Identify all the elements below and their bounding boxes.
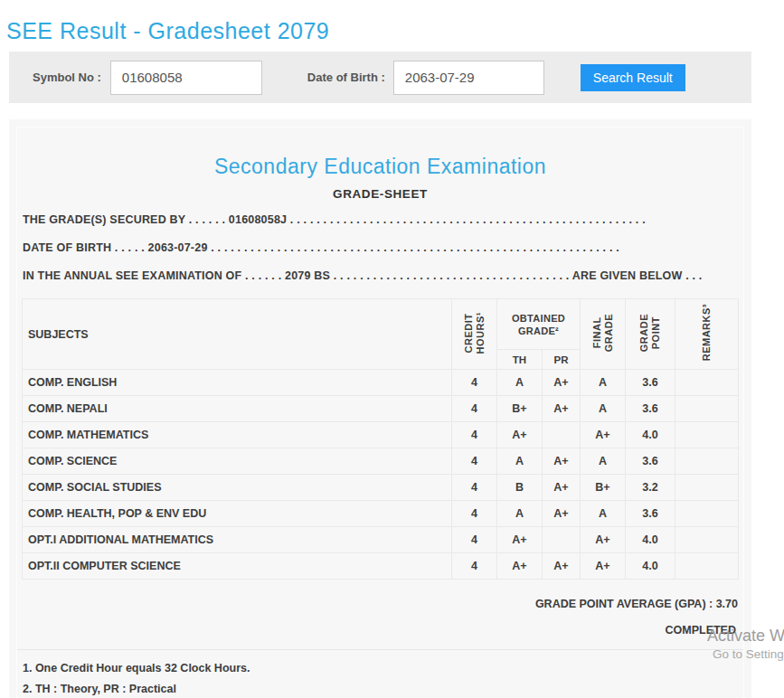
grade-point-cell: 3.6 [626,448,675,475]
th-grade-cell: A [497,501,543,527]
examination-line: IN THE ANNUAL SEE EXAMINATION OF . . . .… [23,270,739,282]
grades-table: SUBJECTS CREDIT HOURS¹ OBTAINED GRADE² F… [22,298,739,580]
grade-point-cell: 3.6 [626,370,675,396]
final-grade-cell: A [581,370,626,396]
gradesheet-info: THE GRADE(S) SECURED BY . . . . . . 0160… [22,214,739,282]
pr-grade-cell: A+ [543,475,581,501]
pr-grade-cell: A+ [543,501,581,527]
th-grade-cell: A+ [497,422,543,448]
subject-cell: COMP. SOCIAL STUDIES [23,475,452,501]
gradesheet-container: Secondary Education Examination GRADE-SH… [16,127,744,698]
credit-cell: 4 [452,501,497,527]
th-grade-cell: A+ [497,553,543,580]
th-grade-cell: A [497,448,543,475]
pr-grade-cell [543,527,581,553]
final-grade-cell: A [581,448,626,475]
footnotes: 1. One Credit Hour equals 32 Clock Hours… [16,649,744,698]
footnote-th-pr: 2. TH : Theory, PR : Practical [23,679,744,698]
col-header-subjects: SUBJECTS [23,299,452,370]
table-row: COMP. NEPALI 4 B+ A+ A 3.6 [23,396,739,422]
remarks-cell [675,396,739,422]
pr-grade-cell [543,422,581,448]
secured-by-line: THE GRADE(S) SECURED BY . . . . . . 0160… [23,214,739,226]
grade-point-cell: 4.0 [626,553,675,580]
date-of-birth-line: DATE OF BIRTH . . . . . 2063-07-29 . . .… [23,242,739,254]
final-grade-cell: A [581,396,626,422]
col-header-grade-point: GRADE POINT [626,299,675,370]
credit-cell: 4 [452,553,497,580]
search-result-button[interactable]: Search Result [581,64,685,91]
grade-point-cell: 3.2 [626,475,675,501]
final-grade-cell: A [581,501,626,527]
date-of-birth-input[interactable] [393,61,544,95]
col-header-final-grade: FINAL GRADE [581,299,626,370]
gradesheet-title: Secondary Education Examination [22,155,739,179]
remarks-cell [675,448,739,475]
final-grade-cell: B+ [581,475,626,501]
grade-point-cell: 3.6 [626,396,675,422]
th-grade-cell: A [497,370,543,396]
credit-cell: 4 [452,396,497,422]
subject-cell: COMP. ENGLISH [23,370,452,396]
col-header-th: TH [497,350,543,370]
subject-cell: OPT.II COMPUTER SCIENCE [23,553,452,580]
col-header-remarks: REMARKS³ [675,299,739,370]
final-grade-cell: A+ [581,422,626,448]
pr-grade-cell: A+ [543,553,581,580]
table-row: COMP. HEALTH, POP & ENV EDU 4 A A+ A 3.6 [23,501,739,527]
credit-cell: 4 [452,527,497,553]
remarks-cell [675,475,739,501]
symbol-no-input[interactable] [110,61,262,95]
table-row: COMP. SCIENCE 4 A A+ A 3.6 [23,448,739,475]
remarks-cell [675,501,739,527]
remarks-cell [675,553,739,580]
gpa-summary: GRADE POINT AVERAGE (GPA) : 3.70 [22,598,739,610]
symbol-no-label: Symbol No : [33,71,101,84]
page-title: SEE Result - Gradesheet 2079 [6,18,329,44]
col-header-obtained-grade: OBTAINED GRADE² [497,299,581,350]
grade-point-cell: 4.0 [626,527,675,553]
pr-grade-cell: A+ [543,448,581,475]
credit-cell: 4 [452,475,497,501]
credit-cell: 4 [452,370,497,396]
th-grade-cell: B [497,475,543,501]
result-panel: Secondary Education Examination GRADE-SH… [9,119,751,698]
subject-cell: COMP. SCIENCE [23,448,452,475]
credit-cell: 4 [452,422,497,448]
subject-cell: COMP. NEPALI [23,396,452,422]
grade-point-cell: 3.6 [626,501,675,527]
gradesheet-subtitle: GRADE-SHEET [22,187,739,201]
table-row: COMP. MATHEMATICS 4 A+ A+ 4.0 [23,422,739,448]
subject-cell: OPT.I ADDITIONAL MATHEMATICS [23,527,452,553]
date-of-birth-label: Date of Birth : [307,71,385,84]
th-grade-cell: A+ [497,527,543,553]
final-grade-cell: A+ [581,553,626,580]
pr-grade-cell: A+ [543,370,581,396]
footnote-credit-hours: 1. One Credit Hour equals 32 Clock Hours… [23,658,744,679]
grade-point-cell: 4.0 [626,422,675,448]
th-grade-cell: B+ [497,396,543,422]
table-row: COMP. SOCIAL STUDIES 4 B A+ B+ 3.2 [23,475,739,501]
subject-cell: COMP. HEALTH, POP & ENV EDU [23,501,452,527]
remarks-cell [675,527,739,553]
subject-cell: COMP. MATHEMATICS [23,422,452,448]
table-row: OPT.I ADDITIONAL MATHEMATICS 4 A+ A+ 4.0 [23,527,739,553]
credit-cell: 4 [452,448,497,475]
col-header-credit-hours: CREDIT HOURS¹ [452,299,497,370]
search-bar: Symbol No : Date of Birth : Search Resul… [9,52,751,103]
remarks-cell [675,370,739,396]
table-row: COMP. ENGLISH 4 A A+ A 3.6 [23,370,739,396]
pr-grade-cell: A+ [543,396,581,422]
col-header-pr: PR [543,350,581,370]
table-row: OPT.II COMPUTER SCIENCE 4 A+ A+ A+ 4.0 [23,553,739,580]
result-status: COMPLETED [22,624,739,637]
remarks-cell [675,422,739,448]
final-grade-cell: A+ [581,527,626,553]
